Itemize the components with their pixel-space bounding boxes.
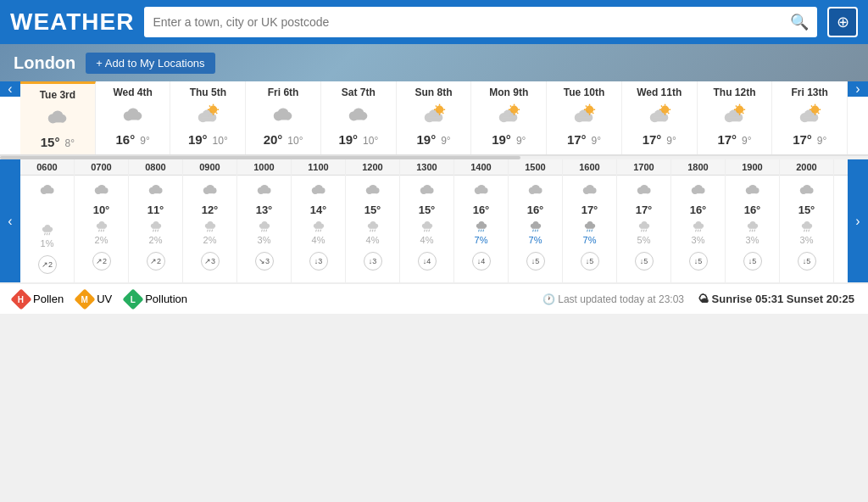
svg-line-102: [47, 233, 47, 236]
svg-line-211: [587, 230, 587, 232]
svg-point-31: [435, 106, 442, 114]
hour-weather-icon: [836, 179, 848, 202]
svg-line-178: [424, 230, 425, 232]
hour-precip: 3%: [239, 235, 289, 245]
svg-rect-239: [748, 191, 757, 193]
day-temps: 17° 9°: [776, 132, 843, 147]
day-slot-6[interactable]: Mon 9th 19° 9°: [471, 81, 547, 154]
hour-wind: ↓5: [581, 252, 599, 271]
hour-weather-icon: [22, 179, 72, 202]
footer: H Pollen M UV L Pollution 🕐 Last updated…: [0, 283, 868, 314]
svg-line-124: [155, 230, 156, 232]
hour-wind-container: ↓5: [727, 248, 777, 271]
hour-wind: ↗2: [92, 252, 111, 271]
pollen-label: Pollen: [33, 293, 64, 305]
day-weather-icon: [99, 100, 167, 131]
hour-weather-icon: [293, 179, 343, 202]
svg-point-12: [209, 106, 217, 114]
svg-rect-254: [803, 226, 810, 229]
hour-label: 1300: [400, 159, 453, 176]
day-temps: 17° 9°: [550, 132, 618, 147]
svg-rect-140: [259, 191, 269, 193]
hour-precip-icon: [22, 225, 72, 238]
hour-wind-container: ↓3: [293, 248, 343, 271]
hour-precip: 2%: [131, 235, 181, 245]
search-button[interactable]: 🔍: [790, 13, 809, 31]
day-temps: 19° 9°: [400, 132, 468, 147]
hour-wind-container: ↓5: [782, 248, 832, 271]
hour-slot-6: 1200 15° 4% ↓3: [346, 159, 400, 282]
day-nav-left-button[interactable]: ‹: [0, 81, 20, 97]
hour-precip-icon: [510, 221, 560, 235]
hour-label: 1500: [509, 159, 562, 176]
low-temp: 8°: [64, 137, 74, 149]
svg-line-180: [428, 230, 429, 232]
search-bar: 🔍: [144, 7, 817, 37]
day-slot-3[interactable]: Fri 6th 20° 10°: [246, 81, 321, 154]
hour-label: 1000: [237, 159, 291, 176]
hour-slot-2: 0800 11° 2% ↗2: [129, 159, 183, 282]
day-slot-9[interactable]: Thu 12th 17° 9°: [698, 81, 773, 154]
svg-rect-96: [42, 191, 52, 193]
day-slot-2[interactable]: Thu 5th 19° 10°: [170, 81, 246, 154]
app-title: WEATHER: [10, 8, 134, 36]
svg-rect-232: [694, 226, 702, 229]
hour-slot-10: 1600 17° 7% ↓5: [563, 159, 617, 282]
hour-precip-icon: [348, 221, 398, 235]
day-slot-0[interactable]: Tue 3rd 15° 8°: [20, 81, 96, 154]
day-temps: 17° 9°: [626, 132, 693, 147]
hour-temp: 15°: [836, 204, 848, 216]
day-weather-icon: [249, 100, 317, 131]
hour-label: 1100: [292, 159, 345, 176]
hourly-nav-left-button[interactable]: ‹: [0, 159, 20, 282]
day-label: Fri 6th: [249, 86, 317, 98]
hour-wind-container: ↗3: [185, 248, 235, 271]
gps-location-button[interactable]: ⊕: [827, 7, 858, 37]
hour-wind-container: ↓5: [619, 248, 669, 271]
hour-precip-icon: [836, 221, 848, 235]
day-label: Sun 8th: [400, 86, 468, 98]
svg-rect-22: [277, 116, 290, 120]
hour-precip: 2%: [76, 235, 126, 245]
hour-precip: 4%: [836, 235, 848, 245]
add-to-my-locations-button[interactable]: + Add to My Locations: [86, 53, 214, 74]
day-forecast-bar: ‹ Tue 3rd 15° 8° Wed 4th 16° 9° Thu 5th: [0, 81, 868, 156]
day-nav-right-button[interactable]: ›: [848, 81, 868, 97]
hour-precip: 4%: [293, 235, 343, 245]
day-slot-8[interactable]: Wed 11th 17° 9°: [622, 81, 698, 154]
hour-label: 0800: [129, 159, 182, 176]
svg-line-233: [695, 230, 696, 232]
hour-slot-11: 1700 17° 5% ↓5: [617, 159, 671, 282]
svg-line-256: [806, 230, 807, 232]
day-weather-icon: [325, 100, 392, 131]
svg-line-147: [265, 230, 266, 232]
svg-line-58: [586, 106, 587, 107]
hour-label: 0900: [183, 159, 236, 176]
day-slot-10[interactable]: Fri 13th 17° 9°: [772, 81, 848, 154]
svg-line-179: [426, 230, 427, 232]
search-input[interactable]: [153, 15, 790, 29]
low-temp: 9°: [516, 135, 526, 147]
hourly-nav-right-button[interactable]: ›: [848, 159, 868, 282]
svg-rect-85: [804, 118, 816, 122]
svg-point-42: [510, 106, 518, 114]
day-slot-7[interactable]: Tue 10th 17° 9°: [547, 81, 622, 154]
hour-weather-icon: [619, 179, 669, 202]
hour-precip-icon: [293, 221, 343, 235]
hour-wind: ↗2: [147, 252, 165, 271]
day-slot-5[interactable]: Sun 8th 19° 9°: [397, 81, 472, 154]
hour-weather-icon: [510, 179, 560, 202]
svg-line-135: [209, 230, 210, 232]
city-name: London: [14, 53, 75, 73]
svg-line-136: [211, 230, 212, 232]
svg-line-101: [44, 233, 45, 236]
hour-wind: ↓5: [526, 252, 545, 271]
high-temp: 20°: [264, 132, 283, 147]
day-slot-4[interactable]: Sat 7th 19° 10°: [321, 81, 397, 154]
hour-precip: 2%: [185, 235, 235, 245]
svg-line-222: [641, 230, 642, 232]
day-slot-1[interactable]: Wed 4th 16° 9°: [96, 81, 171, 154]
hour-precip-icon: [727, 221, 777, 235]
hour-slot-5: 1100 14° 4% ↓3: [292, 159, 346, 282]
day-weather-icon: [776, 100, 843, 131]
